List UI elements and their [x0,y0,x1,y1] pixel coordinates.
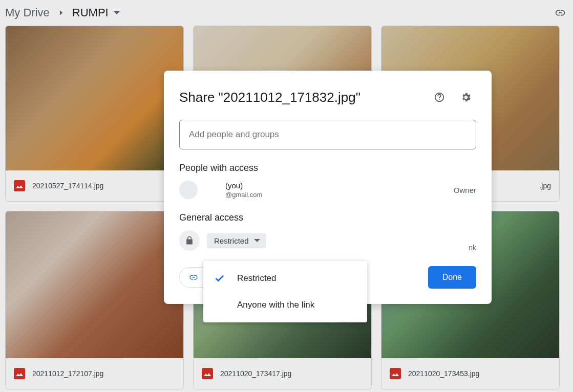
help-icon[interactable] [429,87,450,107]
gear-icon[interactable] [456,87,476,107]
person-name: (you) [225,181,243,190]
dropdown-option-anyone[interactable]: Anyone with the link [203,292,367,318]
person-row: (you) @gmail.com Owner [179,181,476,199]
access-hint-partial: nk [469,244,476,252]
chevron-down-icon [254,239,260,242]
done-button[interactable]: Done [428,266,476,289]
access-level-label: Restricted [214,236,249,245]
add-people-input-wrapper[interactable] [179,120,476,149]
add-people-input[interactable] [189,129,466,140]
access-level-dropdown[interactable]: Restricted [207,233,266,248]
people-with-access-heading: People with access [179,163,476,173]
person-email: @gmail.com [225,191,262,199]
person-role: Owner [454,186,476,194]
general-access-row: Restricted nk [179,230,476,251]
dropdown-option-label: Restricted [237,273,277,284]
person-info: (you) @gmail.com [205,181,447,199]
dialog-header: Share "20211012_171832.jpg" [179,71,476,107]
general-access-heading: General access [179,212,476,223]
check-icon [214,273,226,284]
lock-icon [179,230,200,251]
dialog-title: Share "20211012_171832.jpg" [179,90,423,105]
dropdown-option-label: Anyone with the link [237,300,314,310]
avatar [179,181,198,199]
access-dropdown-menu: Restricted Anyone with the link [203,261,367,322]
dropdown-option-restricted[interactable]: Restricted [203,265,367,292]
